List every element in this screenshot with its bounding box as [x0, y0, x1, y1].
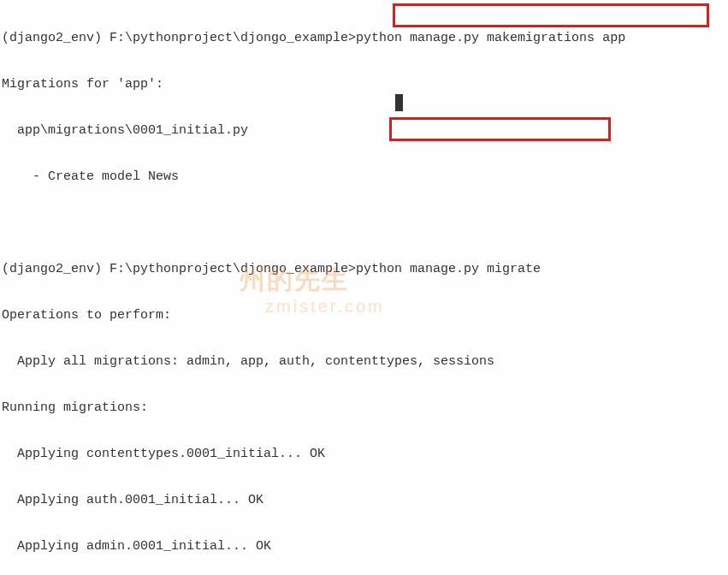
command-text: python manage.py migrate [356, 262, 541, 276]
path-label: F:\pythonproject\djongo_example> [109, 262, 356, 276]
output-line: Operations to perform: [2, 304, 726, 327]
migration-line: Applying admin.0001_initial... OK [2, 535, 726, 558]
output-line: app\migrations\0001_initial.py [2, 119, 726, 142]
output-line: Apply all migrations: admin, app, auth, … [2, 350, 726, 373]
highlight-migrate [389, 117, 611, 141]
highlight-makemigrations [393, 3, 709, 27]
prompt-line-2: (django2_env) F:\pythonproject\djongo_ex… [2, 258, 726, 281]
command-text: python manage.py makemigrations app [356, 31, 625, 45]
terminal-output: (django2_env) F:\pythonproject\djongo_ex… [0, 0, 728, 575]
output-line: Migrations for 'app': [2, 73, 726, 96]
path-label: F:\pythonproject\djongo_example> [109, 31, 356, 45]
migration-line: Applying contenttypes.0001_initial... OK [2, 442, 726, 465]
output-line: Running migrations: [2, 396, 726, 419]
output-line: - Create model News [2, 165, 726, 188]
prompt-line-1: (django2_env) F:\pythonproject\djongo_ex… [2, 27, 726, 50]
env-label: (django2_env) [2, 262, 109, 276]
migration-line: Applying auth.0001_initial... OK [2, 489, 726, 512]
env-label: (django2_env) [2, 31, 109, 45]
cursor-icon [395, 94, 403, 111]
blank-line [2, 211, 726, 234]
